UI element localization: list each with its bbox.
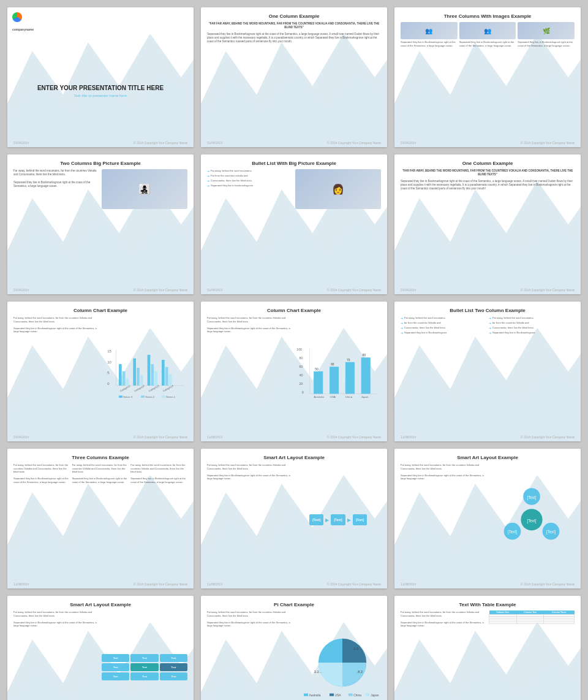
slide-3-title: Three Columns With Images Example bbox=[401, 13, 575, 19]
sg-7: Text bbox=[102, 672, 129, 680]
photo-1: 👥 bbox=[401, 22, 458, 39]
svg-text:USA: USA bbox=[334, 694, 341, 697]
sg-8: Text bbox=[130, 672, 158, 680]
svg-rect-31 bbox=[162, 360, 165, 386]
slide-3-cols: 👥 Separated they live in Bookmarksgrove … bbox=[401, 22, 575, 47]
col-3: 🌿 Separated they live in Bookmarksgrove … bbox=[518, 22, 575, 47]
footer-date: 01/04/2014 bbox=[401, 141, 416, 145]
bar-chart-svg: 15 10 5 0 bbox=[102, 316, 187, 429]
tc-text-3: Far away, behind the word mountains, far… bbox=[130, 463, 187, 484]
slide-three-columns: Three Columns Example Far away, behind t… bbox=[7, 449, 194, 588]
svg-text:0: 0 bbox=[107, 382, 110, 386]
slide-10-content: Three Columns Example Far away, behind t… bbox=[7, 449, 194, 588]
slide-8-title: Column Chart Example bbox=[207, 308, 381, 313]
b2-4: ➜Separated they live in Bookmarksgrove bbox=[489, 331, 575, 335]
company-name: companyname bbox=[12, 28, 34, 31]
slide-13-cols: Far away, behind the word mountains, far… bbox=[13, 611, 187, 700]
arrow-6: ➜ bbox=[489, 321, 491, 325]
text-col: Far away, behind the word mountains, far… bbox=[13, 316, 99, 429]
slide-6-quote: "FAR FAR AWAY, BEHIND THE WORD MOUNTAINS… bbox=[401, 169, 575, 177]
table-row bbox=[489, 622, 575, 624]
tc-text-2: Far away, behind the word mountains, far… bbox=[72, 463, 129, 484]
arrow-icon-1: ➜ bbox=[207, 169, 209, 173]
text-col: Far away, behind the word mountains, far… bbox=[13, 169, 99, 282]
smartart-circle-col: [Text] [Text] [Text] [Text] bbox=[489, 463, 575, 576]
slide-8-content: Column Chart Example Far away, behind th… bbox=[201, 302, 387, 441]
smartart-box-3: [Text] bbox=[353, 514, 367, 525]
slide-title: companyname ENTER YOUR PRESENTATION TITL… bbox=[7, 7, 194, 147]
b1-3: ➜Consonantia, there live the blind texts… bbox=[401, 326, 486, 330]
sg-9: Text bbox=[160, 672, 187, 680]
svg-text:70: 70 bbox=[347, 359, 350, 362]
svg-text:[Text]: [Text] bbox=[527, 519, 536, 523]
bullet-4: ➜ Separated they live in bookmarksgrove bbox=[207, 184, 293, 188]
big-photo-2: 👩 bbox=[295, 169, 381, 209]
footer-copyright: © 2014 Copyright Your Company Name bbox=[327, 582, 381, 586]
slide-14-cols: Far away, behind the word mountains, far… bbox=[207, 611, 381, 700]
slide-12-title: Smart Art Layout Example bbox=[401, 455, 575, 460]
slide-4-cols: Far away, behind the word mountains, far… bbox=[13, 169, 187, 282]
svg-text:1.2...: 1.2... bbox=[353, 647, 361, 650]
svg-text:[Text]: [Text] bbox=[527, 495, 536, 500]
arrow-right-2: ▶ bbox=[347, 517, 351, 523]
tc-col-2: Far away, behind the word mountains, far… bbox=[72, 463, 129, 576]
person-icon: 👩 bbox=[332, 183, 344, 195]
bullet-1: ➜ Far away, behind the word mountains. bbox=[207, 169, 293, 173]
slide-grid: companyname ENTER YOUR PRESENTATION TITL… bbox=[7, 7, 581, 700]
b2-1: ➜Far away, behind the word mountains. bbox=[489, 316, 575, 320]
svg-text:20: 20 bbox=[299, 382, 303, 386]
slide-bullet-two-col: Bullet List Two Column Example ➜Far away… bbox=[394, 302, 581, 441]
svg-text:China: China bbox=[345, 395, 353, 398]
svg-rect-58 bbox=[345, 362, 355, 394]
svg-rect-54 bbox=[314, 371, 323, 394]
photo-2: 👥 bbox=[459, 22, 516, 39]
people-icon-2: 👥 bbox=[484, 28, 491, 34]
b1-2: ➜far from the countries Vokalia and bbox=[401, 321, 486, 325]
people-icon-3: 🌿 bbox=[543, 28, 550, 34]
footer-date: 11/08/2014 bbox=[401, 582, 416, 586]
svg-text:60: 60 bbox=[299, 365, 303, 368]
slide-10-footer: 11/08/2014 © 2014 Copyright Your Company… bbox=[13, 582, 187, 586]
svg-text:80: 80 bbox=[299, 356, 303, 360]
slide-4-footer: 01/04/2014 © 2014 Copyright Your Company… bbox=[13, 288, 187, 292]
footer-date: 01/04/2014 bbox=[13, 141, 29, 145]
bullet-2: ➜ Far from the countries vokalia and bbox=[207, 174, 293, 178]
svg-rect-22 bbox=[119, 364, 122, 386]
footer-copyright: © 2014 Copyright Your Company Name bbox=[521, 141, 575, 145]
bullet-3: ➜ Consonantia, there live the blind text… bbox=[207, 179, 293, 183]
body-text: Far away, behind the word mountains, far… bbox=[207, 463, 293, 481]
slide-5-cols: ➜ Far away, behind the word mountains. ➜… bbox=[207, 169, 381, 282]
slide-11-title: Smart Art Layout Example bbox=[207, 455, 381, 460]
svg-text:5: 5 bbox=[107, 371, 109, 375]
sg-1: Text bbox=[102, 654, 129, 662]
footer-date: 01/04/2014 bbox=[13, 288, 29, 292]
slide-12-content: Smart Art Layout Example Far away, behin… bbox=[394, 449, 581, 588]
slide-one-column-alt: One Column Example "FAR FAR AWAY, BEHIND… bbox=[394, 154, 581, 294]
text-col: Far away, behind the word mountains, far… bbox=[207, 611, 293, 700]
svg-text:60: 60 bbox=[331, 363, 334, 366]
svg-rect-33 bbox=[169, 374, 172, 386]
slide-15-content: Text With Table Example Far away, behind… bbox=[394, 596, 581, 700]
slide-13-title: Smart Art Layout Example bbox=[13, 602, 187, 607]
body-text: Far away, behind the word mountains, far… bbox=[401, 611, 486, 628]
footer-date: 11/08/2014 bbox=[207, 582, 222, 586]
svg-rect-28 bbox=[148, 355, 151, 386]
slide-2-quote: "FAR FAR AWAY, BEHIND THE WORD MOUNTAINS… bbox=[207, 22, 381, 30]
slide-11-footer: 11/08/2014 © 2014 Copyright Your Company… bbox=[207, 582, 381, 586]
slide-9-footer: 11/08/2014 © 2014 Copyright Your Company… bbox=[401, 435, 575, 439]
slide-4-title: Two Columns Big Picture Example bbox=[13, 161, 187, 166]
image-col: 👩‍👧‍👦 bbox=[102, 169, 187, 282]
body-text: Far away, behind the word mountains, far… bbox=[13, 169, 99, 188]
slide-7-footer: 01/04/2014 © 2014 Copyright Your Company… bbox=[13, 435, 187, 439]
pie-col: 1.2... .8.2 3.2... Australia USA China J… bbox=[295, 611, 381, 700]
footer-date: 01/04/2014 bbox=[207, 141, 222, 145]
sg-5: Text bbox=[130, 663, 158, 671]
footer-copyright: © 2014 Copyright Your Company Name bbox=[521, 435, 575, 439]
slide-11-cols: Far away, behind the word mountains, far… bbox=[207, 463, 381, 576]
svg-text:10: 10 bbox=[107, 360, 111, 364]
svg-text:Australia: Australia bbox=[314, 395, 324, 398]
footer-copyright: © 2014 Copyright Your Company Name bbox=[521, 288, 575, 292]
people-icon-big: 👩‍👧‍👦 bbox=[138, 183, 151, 195]
slide-3-footer: 01/04/2014 © 2014 Copyright Your Company… bbox=[401, 141, 575, 145]
slide-column-chart-1: Column Chart Example Far away, behind th… bbox=[7, 302, 194, 441]
